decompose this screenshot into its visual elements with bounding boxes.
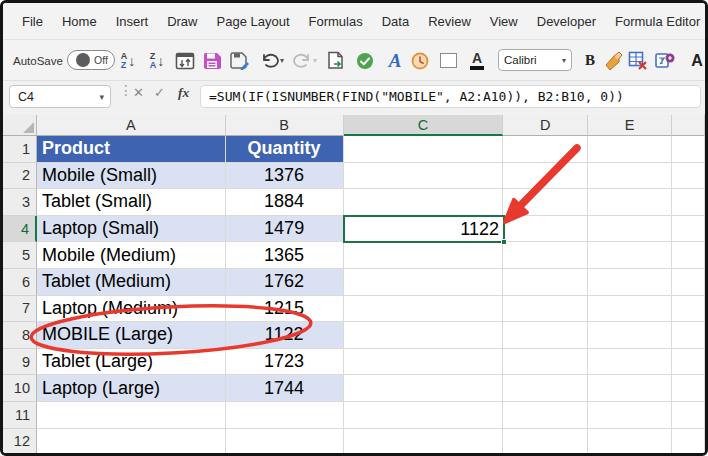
cell-E2[interactable] [588,163,672,190]
autosave-toggle[interactable]: Off [67,50,115,70]
cell-D12[interactable] [503,429,588,456]
table-header-quantity[interactable]: Quantity [226,136,344,163]
font-name-select[interactable]: Calibri▾ [498,49,572,71]
cell-E12[interactable] [588,429,672,456]
cell-E8[interactable] [588,322,672,349]
cell-C6[interactable] [344,269,504,296]
cell-A8[interactable]: MOBILE (Large) [37,322,226,349]
cell-D10[interactable] [503,375,588,402]
approved-icon[interactable] [352,40,378,81]
cell-E5[interactable] [588,242,672,269]
column-header-E[interactable]: E [588,115,672,136]
row-header-2[interactable]: 2 [3,163,37,190]
cell-E7[interactable] [588,296,672,323]
ribbon-tab-file[interactable]: File [17,12,48,31]
cell-A5[interactable]: Mobile (Medium) [37,242,226,269]
cell-F6[interactable] [672,269,705,296]
font-chevron-icon[interactable]: ▾ [562,56,566,65]
cell-F12[interactable] [672,429,705,456]
history-clock-icon[interactable] [407,40,433,81]
cell-A12[interactable] [37,429,226,456]
cell-B3[interactable]: 1884 [226,189,344,216]
cell-D4[interactable] [503,216,588,243]
cell-B9[interactable]: 1723 [226,349,344,376]
cell-E10[interactable] [588,375,672,402]
cell-F5[interactable] [672,242,705,269]
column-header-partial[interactable] [672,115,705,136]
cell-F10[interactable] [672,375,705,402]
cell-C1[interactable] [344,136,504,163]
row-header-11[interactable]: 11 [3,402,37,429]
cell-C12[interactable] [344,429,504,456]
cell-D11[interactable] [503,402,588,429]
format-painter-icon[interactable] [600,40,626,81]
select-all-corner[interactable] [3,115,37,136]
ribbon-tab-draw[interactable]: Draw [162,12,202,31]
save-icon[interactable] [199,40,225,81]
name-box[interactable]: C4 ▾ [9,85,111,108]
row-header-1[interactable]: 1 [3,136,37,163]
underline-color-icon[interactable]: A [464,40,490,81]
column-header-D[interactable]: D [503,115,588,136]
cell-E1[interactable] [588,136,672,163]
new-file-icon[interactable] [322,40,348,81]
row-header-5[interactable]: 5 [3,242,37,269]
cell-D2[interactable] [503,163,588,190]
cell-E11[interactable] [588,402,672,429]
ribbon-tab-formulas[interactable]: Formulas [304,12,368,31]
name-box-chevron-icon[interactable]: ▾ [99,92,104,102]
translate-icon[interactable] [652,40,678,81]
sort-ascending-icon[interactable]: AZ↓ [115,40,141,81]
cell-B8[interactable]: 1122 [226,322,344,349]
cell-D5[interactable] [503,242,588,269]
cell-F8[interactable] [672,322,705,349]
ribbon-tab-view[interactable]: View [485,12,523,31]
insert-function-icon[interactable]: fx [178,85,189,101]
cell-F4[interactable] [672,216,705,243]
row-header-9[interactable]: 9 [3,349,37,376]
cell-E4[interactable] [588,216,672,243]
ribbon-tab-data[interactable]: Data [377,12,414,31]
cell-B7[interactable]: 1215 [226,296,344,323]
column-header-A[interactable]: A [37,115,226,136]
cell-C8[interactable] [344,322,504,349]
fill-handle[interactable] [501,239,507,245]
font-size-partial-icon[interactable]: A [684,40,708,81]
cell-A7[interactable]: Laptop (Medium) [37,296,226,323]
cell-C2[interactable] [344,163,504,190]
cell-C3[interactable] [344,189,504,216]
cell-A6[interactable]: Tablet (Medium) [37,269,226,296]
cell-A9[interactable]: Tablet (Large) [37,349,226,376]
formula-input[interactable]: =SUM(IF(ISNUMBER(FIND("MOBILE", A2:A10))… [200,85,701,108]
row-header-6[interactable]: 6 [3,269,37,296]
row-header-4[interactable]: 4 [3,216,37,243]
cell-D6[interactable] [503,269,588,296]
ribbon-tab-formula-editor[interactable]: Formula Editor [610,12,705,31]
cell-F3[interactable] [672,189,705,216]
cell-A3[interactable]: Tablet (Small) [37,189,226,216]
cell-C10[interactable] [344,375,504,402]
cell-C7[interactable] [344,296,504,323]
cell-B5[interactable]: 1365 [226,242,344,269]
draw-letter-icon[interactable]: A [382,40,408,81]
row-header-8[interactable]: 8 [3,322,37,349]
cell-C9[interactable] [344,349,504,376]
cell-F1[interactable] [672,136,705,163]
cell-E3[interactable] [588,189,672,216]
cell-E9[interactable] [588,349,672,376]
row-header-7[interactable]: 7 [3,296,37,323]
ribbon-tab-home[interactable]: Home [57,12,102,31]
cell-F11[interactable] [672,402,705,429]
row-header-3[interactable]: 3 [3,189,37,216]
ribbon-tab-developer[interactable]: Developer [532,12,601,31]
undo-icon[interactable]: ▾ [259,40,285,81]
column-header-B[interactable]: B [226,115,344,136]
cell-B4[interactable]: 1479 [226,216,344,243]
row-header-10[interactable]: 10 [3,375,37,402]
ribbon-tab-insert[interactable]: Insert [111,12,154,31]
selected-cell-C4[interactable]: 1122 [343,215,505,244]
cell-B12[interactable] [226,429,344,456]
cell-E6[interactable] [588,269,672,296]
cell-F7[interactable] [672,296,705,323]
save-as-icon[interactable] [226,40,252,81]
